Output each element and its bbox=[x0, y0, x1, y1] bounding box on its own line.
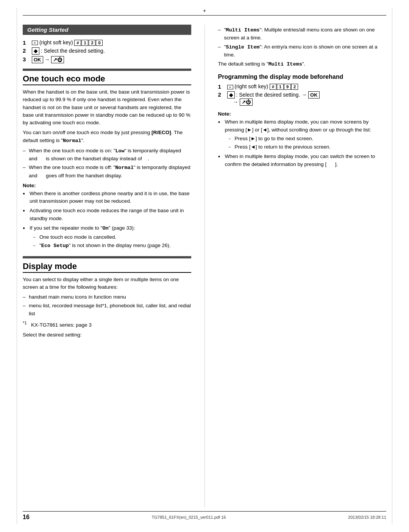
display-mode-features: handset main menu icons in function menu… bbox=[23, 293, 191, 318]
eco-dash-1: When the one touch eco mode is on: "Low"… bbox=[23, 147, 191, 163]
display-feature-1: handset main menu icons in function menu bbox=[23, 293, 191, 301]
programming-steps: 1 ≡ (right soft key) # 1 9 2 2 bbox=[218, 83, 387, 106]
section-divider-1 bbox=[23, 69, 191, 71]
step-3: 3 OK → ↗⏻ bbox=[23, 56, 191, 63]
prog-note-1-sub: Press [►] to go to the next screen. Pres… bbox=[229, 135, 387, 151]
getting-started-steps: 1 ≡ (right soft key) # 1 2 0 2 bbox=[23, 39, 191, 63]
margin-line-right bbox=[392, 8, 392, 524]
right-dash-1: "Multi Items": Multiple entries/all menu… bbox=[218, 26, 387, 42]
prog-note-list: When in multiple items display mode, you… bbox=[218, 118, 387, 168]
prog-note-heading: Note: bbox=[218, 111, 387, 117]
step-1: 1 ≡ (right soft key) # 1 2 0 bbox=[23, 39, 191, 46]
getting-started-box: Getting Started bbox=[23, 25, 191, 35]
prog-step-1: 1 ≡ (right soft key) # 1 9 2 bbox=[218, 83, 387, 90]
display-mode-body: You can select to display either a singl… bbox=[23, 276, 191, 291]
right-default-text: The default setting is "Multi Items". bbox=[218, 60, 387, 68]
display-feature-2: menu list, recorded message list*1, phon… bbox=[23, 302, 191, 318]
left-column: Getting Started 1 ≡ (right soft key) # 1… bbox=[23, 25, 191, 507]
one-touch-eco-title: One touch eco mode bbox=[23, 74, 191, 85]
section-divider-2 bbox=[23, 256, 191, 258]
right-column: "Multi Items": Multiple entries/all menu… bbox=[218, 25, 387, 507]
programming-title: Programming the display mode beforehand bbox=[218, 74, 387, 80]
right-dash-list: "Multi Items": Multiple entries/all menu… bbox=[218, 26, 387, 59]
column-divider bbox=[204, 25, 205, 507]
prog-step-2: 2 ◆ : Select the desired setting. → OK →… bbox=[218, 91, 387, 106]
key-group-prog: # 1 9 2 bbox=[270, 84, 298, 90]
eco-note-list: When there is another cordless phone nea… bbox=[23, 190, 191, 250]
display-select-text: Select the desired setting: bbox=[23, 331, 191, 339]
getting-started-title: Getting Started bbox=[27, 27, 68, 33]
eco-body-1: When the handset is on the base unit, th… bbox=[23, 88, 191, 127]
page-footer: 16 TG7851_61FX(en)_0215_ver011.pdf 16 20… bbox=[23, 511, 386, 521]
top-border-line-1 bbox=[23, 15, 386, 16]
step-2: 2 ◆ : Select the desired setting. bbox=[23, 47, 191, 55]
display-mode-title: Display mode bbox=[23, 261, 191, 273]
eco-note-2: Activating one touch eco mode reduces th… bbox=[23, 207, 191, 222]
menu-icon-2: ≡ bbox=[227, 85, 233, 89]
top-mark: + bbox=[203, 8, 206, 14]
menu-icon: ≡ bbox=[32, 41, 38, 45]
eco-note-heading: Note: bbox=[23, 183, 191, 188]
eco-note-3: If you set the repeater mode to "On" (pa… bbox=[23, 224, 191, 250]
right-dash-2: "Single Item": An entry/a menu icon is s… bbox=[218, 43, 387, 59]
prog-sub-1: Press [►] to go to the next screen. bbox=[229, 135, 387, 142]
prog-note-2: When in multiple items display mode, you… bbox=[218, 153, 387, 168]
key-group-1: # 1 2 0 bbox=[74, 40, 103, 46]
page-number: 16 bbox=[23, 514, 30, 521]
footer-left: TG7851_61FX(en)_0215_ver011.pdf 16 bbox=[152, 515, 226, 519]
top-border-area bbox=[23, 15, 386, 17]
eco-sub-2: "Eco Setup" is not shown in the display … bbox=[33, 242, 191, 250]
display-footnote: *1 KX-TG7861 series: page 3 bbox=[23, 320, 191, 329]
margin-line-left bbox=[17, 8, 17, 524]
eco-dash-list: When the one touch eco mode is on: "Low"… bbox=[23, 147, 191, 180]
eco-note-3-sub: One touch eco mode is cancelled. "Eco Se… bbox=[33, 233, 191, 250]
prog-sub-2: Press [◄] to return to the previous scre… bbox=[229, 143, 387, 151]
prog-note-1: When in multiple items display mode, you… bbox=[218, 118, 387, 151]
eco-body-2: You can turn on/off one touch eco mode b… bbox=[23, 129, 191, 145]
eco-sub-1: One touch eco mode is cancelled. bbox=[33, 233, 191, 241]
eco-dash-2: When the one touch eco mode is off: "Nor… bbox=[23, 164, 191, 180]
footer-right: 2013/02/15 18:28:11 bbox=[348, 515, 386, 519]
eco-note-1: When there is another cordless phone nea… bbox=[23, 190, 191, 205]
